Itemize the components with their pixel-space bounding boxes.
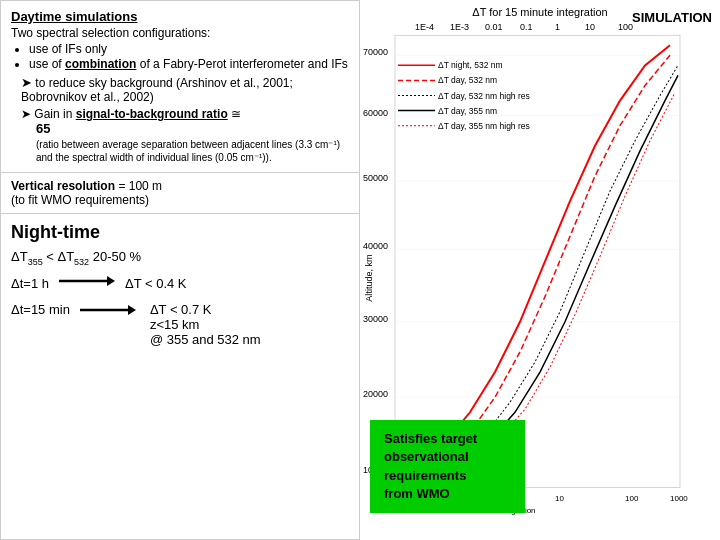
- section-title: Daytime simulations: [11, 9, 349, 24]
- gain-section: ➤ Gain in signal-to-background ratio ≅: [21, 107, 349, 121]
- satisfies-line1: Satisfies target: [384, 431, 477, 446]
- svg-text:1: 1: [555, 22, 560, 32]
- wmo-note: (to fit WMO requirements): [11, 193, 149, 207]
- svg-text:70000: 70000: [363, 47, 388, 57]
- svg-text:100: 100: [618, 22, 633, 32]
- svg-text:ΔT day, 532 nm high res: ΔT day, 532 nm high res: [438, 91, 530, 101]
- gain-number: 65: [36, 121, 349, 136]
- svg-text:60000: 60000: [363, 108, 388, 118]
- dt2-val3: @ 355 and 532 nm: [150, 332, 261, 347]
- svg-text:ΔT day, 355 nm: ΔT day, 355 nm: [438, 106, 497, 116]
- night-time-section: Night-time ΔT355 < ΔT532 20-50 % Δt=1 h …: [1, 214, 359, 539]
- svg-text:0.01: 0.01: [485, 22, 503, 32]
- arrow-icon: ➤: [21, 75, 32, 90]
- svg-text:10: 10: [555, 494, 564, 503]
- svg-text:ΔT day, 355 nm high res: ΔT day, 355 nm high res: [438, 121, 530, 131]
- dt2-values: ΔT < 0.7 K z<15 km @ 355 and 532 nm: [150, 302, 261, 347]
- left-panel: Daytime simulations Two spectral selecti…: [0, 0, 360, 540]
- resolution-box: Vertical resolution = 100 m (to fit WMO …: [1, 173, 359, 214]
- svg-text:1000: 1000: [670, 494, 688, 503]
- reduce-background: ➤ to reduce sky background (Arshinov et …: [21, 75, 349, 104]
- and-text: and: [308, 57, 328, 71]
- svg-text:40000: 40000: [363, 241, 388, 251]
- formula: ΔT355 < ΔT532 20-50 %: [11, 249, 349, 267]
- dt2-val2: z<15 km: [150, 317, 261, 332]
- svg-text:0.1: 0.1: [520, 22, 533, 32]
- svg-marker-3: [128, 305, 136, 315]
- svg-text:ΔT night, 532 nm: ΔT night, 532 nm: [438, 60, 503, 70]
- svg-text:ΔT day, 532 nm: ΔT day, 532 nm: [438, 75, 497, 85]
- gain-detail: (ratio between average separation betwee…: [36, 138, 349, 164]
- bullet-2: use of combination of a Fabry-Perot inte…: [29, 57, 349, 71]
- svg-text:30000: 30000: [363, 314, 388, 324]
- simulation-label: SIMULATION: [632, 10, 712, 25]
- satisfies-box: Satisfies target observational requireme…: [370, 420, 525, 513]
- reduce-cite: (Arshinov et al., 2001; Bobrovnikov et a…: [21, 76, 293, 104]
- svg-text:ΔT for 15 minute integration: ΔT for 15 minute integration: [472, 6, 607, 18]
- satisfies-line4: from WMO: [384, 486, 450, 501]
- bullet-1: use of IFs only: [29, 42, 349, 56]
- dt1-right: ΔT < 0.4 K: [125, 276, 187, 291]
- night-title: Night-time: [11, 222, 349, 243]
- main-container: Daytime simulations Two spectral selecti…: [0, 0, 720, 540]
- dt2-val1: ΔT < 0.7 K: [150, 302, 261, 317]
- svg-text:100: 100: [625, 494, 639, 503]
- dt2-left: Δt=15 min: [11, 302, 70, 317]
- svg-text:1E-3: 1E-3: [450, 22, 469, 32]
- svg-text:10: 10: [585, 22, 595, 32]
- signal-bg-text: signal-to-background ratio: [76, 107, 228, 121]
- satisfies-line3: requirements: [384, 468, 466, 483]
- svg-text:1E-4: 1E-4: [415, 22, 434, 32]
- dt1-left: Δt=1 h: [11, 276, 49, 291]
- svg-text:20000: 20000: [363, 389, 388, 399]
- right-panel: SIMULATION ΔT for 15 minute integration …: [360, 0, 720, 540]
- arrow-icon-2: ➤: [21, 107, 31, 121]
- daytime-simulations-section: Daytime simulations Two spectral selecti…: [1, 1, 359, 173]
- arrow-right-2: [78, 302, 138, 321]
- chart-area: SIMULATION ΔT for 15 minute integration …: [360, 0, 720, 540]
- resolution-title: Vertical resolution: [11, 179, 115, 193]
- delta-row-1: Δt=1 h ΔT < 0.4 K: [11, 273, 349, 294]
- combination-text: combination: [65, 57, 136, 71]
- svg-text:50000: 50000: [363, 173, 388, 183]
- resolution-value: = 100 m: [118, 179, 162, 193]
- bullet-list: use of IFs only use of combination of a …: [29, 42, 349, 71]
- arrow-right-1: [57, 273, 117, 294]
- satisfies-line2: observational: [384, 449, 469, 464]
- delta-row-2: Δt=15 min ΔT < 0.7 K z<15 km @ 355 and 5…: [11, 302, 349, 347]
- subtitle: Two spectral selection configurations:: [11, 26, 349, 40]
- svg-text:Altitude, km: Altitude, km: [364, 254, 374, 301]
- svg-marker-1: [107, 276, 115, 286]
